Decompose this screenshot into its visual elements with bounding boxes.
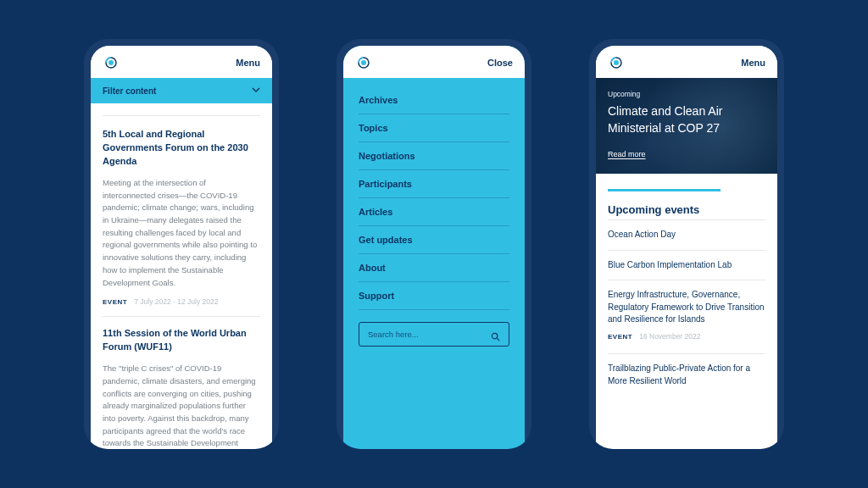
article-body: Meeting at the intersection of interconn… xyxy=(103,177,260,289)
event-tag: EVENT xyxy=(608,332,632,342)
svg-line-5 xyxy=(497,338,499,341)
event-title: Energy Infrastructure, Governance, Regul… xyxy=(608,289,765,326)
event-tag: EVENT xyxy=(103,298,127,306)
event-date: 16 November 2022 xyxy=(639,331,700,341)
article-card[interactable]: 5th Local and Regional Governments Forum… xyxy=(103,128,260,306)
logo-icon xyxy=(355,54,372,71)
menu-list: Archives Topics Negotiations Participant… xyxy=(343,78,525,310)
svg-point-4 xyxy=(492,333,497,338)
filter-label: Filter content xyxy=(103,86,156,96)
menu-item-archives[interactable]: Archives xyxy=(359,86,509,114)
event-date: 7 July 2022 - 12 July 2022 xyxy=(134,297,218,306)
filter-content-bar[interactable]: Filter content xyxy=(91,78,272,103)
divider xyxy=(103,115,260,116)
article-card[interactable]: 11th Session of the World Urban Forum (W… xyxy=(103,327,260,449)
svg-point-7 xyxy=(614,60,619,65)
chevron-down-icon xyxy=(252,86,260,96)
event-row[interactable]: Blue Carbon Implementation Lab xyxy=(608,251,765,280)
article-meta: EVENT 7 July 2022 - 12 July 2022 xyxy=(103,297,260,306)
read-more-link[interactable]: Read more xyxy=(608,150,646,158)
article-body: The "triple C crises" of COVID-19 pandem… xyxy=(103,363,260,449)
phone-3: Menu Upcoming Climate and Clean Air Mini… xyxy=(589,39,784,449)
menu-item-articles[interactable]: Articles xyxy=(359,198,509,226)
logo-icon xyxy=(608,54,625,71)
menu-item-about[interactable]: About xyxy=(359,254,509,282)
phone-2: Close Archives Topics Negotiations Parti… xyxy=(337,39,531,449)
menu-button[interactable]: Menu xyxy=(741,58,765,68)
menu-item-negotiations[interactable]: Negotiations xyxy=(359,142,509,170)
logo-icon xyxy=(103,54,120,71)
topbar: Close xyxy=(343,46,525,78)
svg-point-3 xyxy=(361,60,366,65)
events-section: Upcoming events Ocean Action Day Blue Ca… xyxy=(596,191,777,396)
hero-title: Climate and Clean Air Ministerial at COP… xyxy=(608,103,765,136)
menu-item-get-updates[interactable]: Get updates xyxy=(359,226,509,254)
menu-item-support[interactable]: Support xyxy=(359,282,509,310)
close-button[interactable]: Close xyxy=(487,58,513,68)
search-placeholder: Search here... xyxy=(368,330,419,339)
phone-1: Menu Filter content 5th Local and Region… xyxy=(84,39,279,449)
event-row[interactable]: Ocean Action Day xyxy=(608,220,765,250)
menu-button[interactable]: Menu xyxy=(236,58,260,68)
event-row[interactable]: Trailblazing Public-Private Action for a… xyxy=(608,354,765,396)
hero-eyebrow: Upcoming xyxy=(608,90,765,98)
search-input[interactable]: Search here... xyxy=(359,322,509,347)
topbar: Menu xyxy=(596,46,777,78)
article-title: 11th Session of the World Urban Forum (W… xyxy=(103,327,260,354)
article-title: 5th Local and Regional Governments Forum… xyxy=(103,128,260,169)
menu-item-topics[interactable]: Topics xyxy=(359,114,509,142)
event-row[interactable]: Energy Infrastructure, Governance, Regul… xyxy=(608,280,765,353)
search-icon xyxy=(491,330,500,339)
article-list: 5th Local and Regional Governments Forum… xyxy=(91,107,272,449)
menu-item-participants[interactable]: Participants xyxy=(359,170,509,198)
divider xyxy=(103,316,260,317)
hero-banner: Upcoming Climate and Clean Air Ministeri… xyxy=(596,78,777,174)
svg-point-1 xyxy=(108,60,114,65)
section-title: Upcoming events xyxy=(608,203,765,216)
topbar: Menu xyxy=(91,46,272,78)
